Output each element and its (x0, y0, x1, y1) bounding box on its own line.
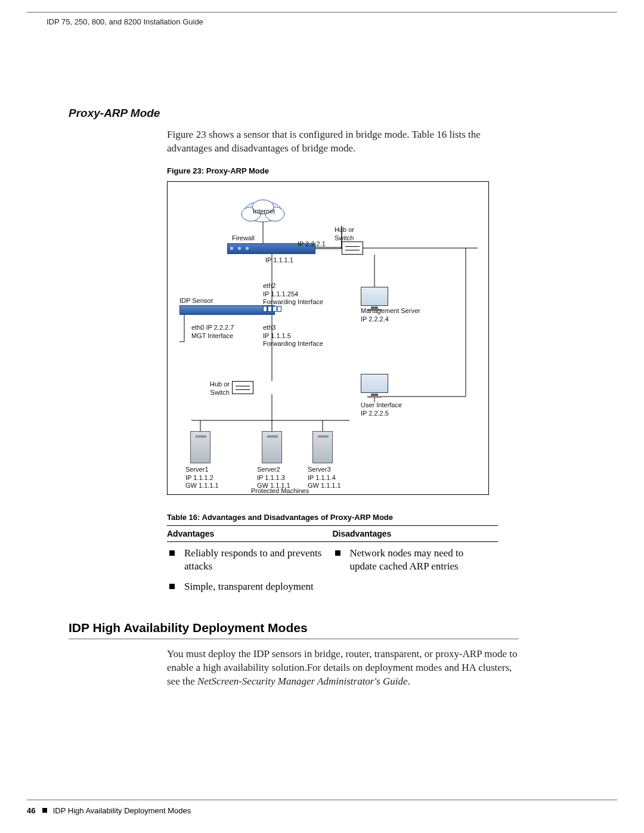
footer-bullet-icon (42, 808, 47, 813)
label-internet: Internet (253, 208, 275, 216)
page-header-text: IDP 75, 250, 800, and 8200 Installation … (27, 13, 617, 26)
table-caption: Table 16: Advantages and Disadvantages o… (167, 513, 519, 522)
section-heading-proxy-arp: Proxy-ARP Mode (69, 107, 519, 120)
label-hub-bottom: Hub or Switch (203, 380, 230, 397)
label-idp: IDP Sensor (179, 297, 213, 305)
user-interface (361, 374, 388, 399)
idp-ports (263, 306, 288, 314)
label-protected: Protected Machines (251, 487, 309, 496)
figure-caption: Figure 23: Proxy-ARP Mode (167, 166, 519, 175)
intro-paragraph: Figure 23 shows a sensor that is configu… (167, 128, 519, 156)
page-number: 46 (27, 806, 35, 815)
adv-item-1: Reliably responds to and prevents attack… (167, 547, 327, 573)
advantages-table: Advantages Disadvantages Reliably respon… (167, 525, 498, 605)
footer-label: IDP High Availability Deployment Modes (53, 806, 191, 815)
server1 (190, 431, 210, 463)
label-ui: User Interface IP 2.2.2.5 (361, 401, 402, 418)
label-eth3: eth3 IP 1.1.1.5 Forwarding Interface (263, 324, 323, 348)
label-ip-out: IP 2.2.2.1 (298, 240, 326, 249)
th-advantages: Advantages (167, 525, 333, 541)
label-ip-in: IP 1.1.1.1 (265, 256, 293, 265)
label-s3: Server3 IP 1.1.1.4 GW 1.1.1.1 (308, 466, 341, 490)
figure-proxy-arp: Internet Firewall IP 2.2.2.1 Hub or Swit… (167, 181, 489, 495)
dis-item-1: Network nodes may need to update cached … (333, 547, 493, 573)
server2 (262, 431, 282, 463)
hub-switch-right (342, 241, 363, 255)
label-firewall: Firewall (232, 234, 255, 243)
idp-sensor-device (179, 305, 275, 315)
label-eth0: eth0 IP 2.2.2.7 MGT Interface (191, 324, 234, 340)
label-eth2: eth2 IP 1.1.1.254 Forwarding Interface (263, 282, 323, 306)
page-footer: 46 IDP High Availability Deployment Mode… (27, 800, 617, 815)
server3 (312, 431, 333, 463)
label-mgmt: Management Server IP 2.2.2.4 (361, 307, 420, 324)
ha-paragraph: You must deploy the IDP sensors in bridg… (167, 648, 519, 689)
hub-switch-bottom (232, 381, 253, 394)
section-heading-ha: IDP High Availability Deployment Modes (69, 621, 519, 639)
adv-item-2: Simple, transparent deployment (167, 580, 327, 593)
label-s1: Server1 IP 1.1.1.2 GW 1.1.1.1 (185, 466, 219, 490)
th-disadvantages: Disadvantages (333, 525, 499, 541)
label-hub-right: Hub or Switch (335, 226, 354, 243)
